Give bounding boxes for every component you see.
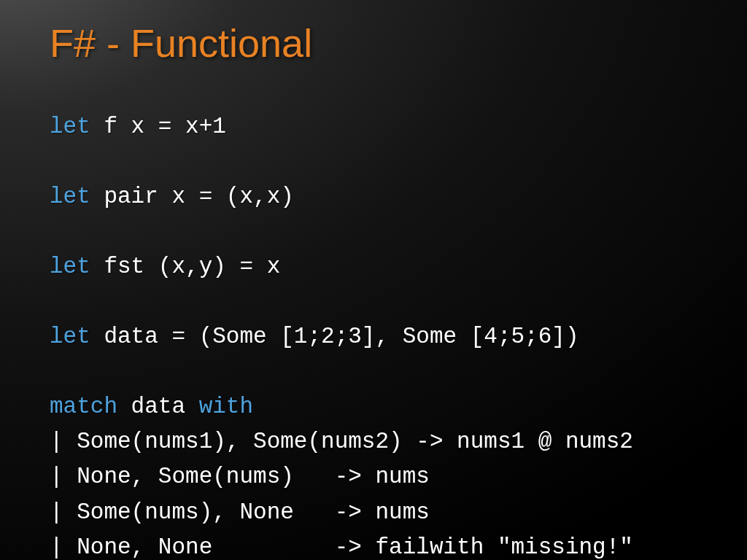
keyword-let: let <box>50 184 90 209</box>
code-text: f x = x+1 <box>90 114 226 139</box>
keyword-with: with <box>199 394 253 419</box>
code-text: pair x = (x,x) <box>90 184 294 209</box>
slide: F# - Functional let f x = x+1 let pair x… <box>0 0 747 560</box>
code-line-3: let fst (x,y) = x <box>50 254 280 279</box>
code-text: fst (x,y) = x <box>90 254 280 279</box>
code-line-2: let pair x = (x,x) <box>50 184 294 209</box>
code-block: let f x = x+1 let pair x = (x,x) let fst… <box>50 109 697 560</box>
code-line-6: | Some(nums1), Some(nums2) -> nums1 @ nu… <box>50 429 633 454</box>
code-text: data <box>117 394 199 419</box>
code-line-1: let f x = x+1 <box>50 114 226 139</box>
keyword-match: match <box>50 394 117 419</box>
code-text: data = (Some [1;2;3], Some [4;5;6]) <box>90 324 579 349</box>
code-line-7: | None, Some(nums) -> nums <box>50 464 430 489</box>
slide-title: F# - Functional <box>50 20 697 66</box>
code-line-8: | Some(nums), None -> nums <box>50 499 430 525</box>
keyword-let: let <box>50 324 90 349</box>
keyword-let: let <box>50 114 90 139</box>
keyword-let: let <box>50 254 90 279</box>
code-line-5: match data with <box>50 394 253 419</box>
code-line-4: let data = (Some [1;2;3], Some [4;5;6]) <box>50 324 579 349</box>
code-line-9: | None, None -> failwith "missing!" <box>50 534 633 560</box>
